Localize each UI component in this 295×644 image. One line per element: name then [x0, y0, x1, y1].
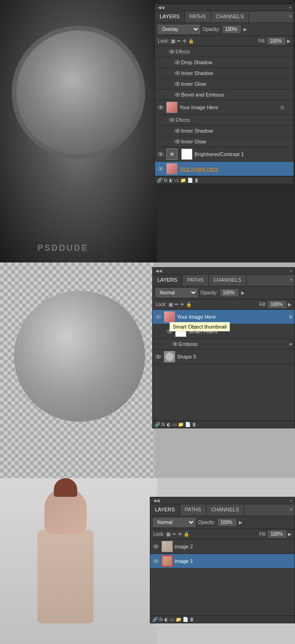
fill-arrow-2[interactable]: ▶ — [288, 302, 292, 307]
lock-all-btn-3[interactable]: 🔒 — [184, 532, 189, 537]
eye-btn-emboss[interactable] — [171, 340, 179, 348]
layer-emboss[interactable]: Emboss ⇌ — [153, 339, 295, 350]
layer-image2[interactable]: image 2 — [150, 539, 295, 554]
lock-pixel-btn-2[interactable]: ▦ — [169, 302, 173, 307]
tab-layers-1[interactable]: LAYERS — [155, 11, 185, 22]
panel-titlebar-1: ◀◀ ▪ — [155, 4, 294, 11]
mask-btn-2[interactable]: ▭ — [172, 422, 177, 427]
eye-btn[interactable] — [157, 150, 164, 158]
fill-arrow-1[interactable]: ▶ — [287, 38, 291, 44]
lock-move-btn[interactable]: ✛ — [183, 38, 186, 44]
eye-btn[interactable] — [168, 116, 176, 124]
layer-image1[interactable]: image 1 — [150, 554, 295, 569]
fill-input-3[interactable] — [268, 531, 286, 538]
lock-move-btn-3[interactable]: ✛ — [178, 532, 182, 537]
blend-mode-select-1[interactable]: Overlay — [158, 25, 200, 34]
tab-paths-2[interactable]: PATHS — [183, 275, 209, 286]
tab-layers-3[interactable]: LAYERS — [150, 504, 180, 516]
delete-btn-1[interactable]: 🗑 — [194, 178, 199, 183]
layer-inner-glow-1[interactable]: Inner Glow — [155, 79, 294, 90]
tab-paths-1[interactable]: PATHS — [185, 11, 211, 22]
lock-all-btn[interactable]: 🔒 — [188, 38, 194, 44]
lock-brush-btn-3[interactable]: ✏ — [172, 532, 176, 537]
lock-label-1: Lock: — [158, 38, 169, 44]
opacity-arrow-2[interactable]: ▶ — [241, 290, 245, 295]
folder-btn-2[interactable]: 📁 — [178, 422, 184, 427]
eye-btn[interactable] — [174, 80, 181, 88]
lock-brush-btn-2[interactable]: ✏ — [175, 302, 178, 307]
opacity-arrow-1[interactable]: ▶ — [243, 27, 247, 32]
lock-pixel-btn[interactable]: ▦ — [171, 38, 175, 44]
eye-btn[interactable] — [174, 69, 181, 77]
layer-bevel-emboss[interactable]: Bevel and Emboss — [155, 90, 294, 100]
panel-menu-3[interactable]: ≡ — [288, 504, 295, 516]
emboss-settings-icon[interactable]: ⇌ — [289, 342, 293, 346]
opacity-arrow-3[interactable]: ▶ — [239, 520, 243, 525]
layer-inner-shadow-2[interactable]: Inner Shadow — [155, 126, 294, 136]
adj-btn-2[interactable]: ◐ — [167, 422, 171, 427]
layer-name: Drop Shadow — [181, 60, 292, 65]
eye-btn[interactable] — [168, 48, 176, 55]
tab-channels-3[interactable]: CHANNELS — [206, 504, 244, 516]
fill-arrow-3[interactable]: ▶ — [288, 532, 292, 537]
eye-btn-2[interactable] — [155, 313, 162, 321]
fx-btn-3[interactable]: fx — [159, 617, 163, 622]
layer-mask-thumb — [181, 149, 192, 160]
opacity-input-3[interactable] — [218, 519, 236, 526]
fx-btn-1[interactable]: fx — [164, 178, 168, 183]
layer-list-3: image 2 image 1 — [150, 539, 295, 615]
delete-btn-2[interactable]: 🗑 — [192, 422, 197, 427]
eye-btn[interactable] — [174, 59, 181, 66]
opacity-input-1[interactable] — [223, 26, 241, 33]
lock-move-btn-2[interactable]: ✛ — [180, 302, 184, 307]
eye-btn-img2[interactable] — [152, 543, 160, 550]
fill-input-2[interactable] — [268, 301, 286, 308]
layer-drop-shadow[interactable]: Drop Shadow — [155, 57, 294, 68]
panel-menu-2[interactable]: ≡ — [288, 275, 295, 286]
model-body — [37, 530, 94, 623]
layer-shape5[interactable]: Shape 5 — [153, 350, 295, 364]
tab-channels-2[interactable]: CHANNELS — [209, 275, 247, 286]
eye-btn-shape5[interactable] — [155, 353, 162, 360]
new-layer-btn-2[interactable]: 📄 — [185, 422, 191, 427]
layer-your-image-2[interactable]: Your Image Here ⊞ Smart Object thumbnail — [153, 310, 295, 324]
link-btn-1[interactable]: 🔗 — [157, 178, 162, 183]
tab-layers-2[interactable]: LAYERS — [153, 275, 183, 286]
new-layer-btn-3[interactable]: 📄 — [183, 617, 188, 622]
delete-btn-3[interactable]: 🗑 — [190, 617, 194, 622]
fill-input-1[interactable] — [267, 37, 285, 45]
link-btn-2[interactable]: 🔗 — [155, 422, 160, 427]
eye-btn[interactable] — [157, 165, 164, 172]
tab-paths-3[interactable]: PATHS — [180, 504, 206, 516]
tab-channels-1[interactable]: CHANNELS — [211, 11, 249, 22]
lock-all-btn-2[interactable]: 🔒 — [186, 302, 192, 307]
layer-inner-glow-2[interactable]: Inner Glow — [155, 136, 294, 147]
eye-btn[interactable] — [174, 127, 181, 135]
layer-inner-shadow-1[interactable]: Inner Shadow — [155, 68, 294, 79]
eye-btn[interactable] — [157, 104, 164, 111]
eye-btn[interactable] — [174, 91, 181, 98]
model-background — [0, 478, 157, 644]
model-figure — [19, 487, 112, 642]
blend-mode-select-2[interactable]: Normal — [155, 288, 198, 297]
panel-menu-1[interactable]: ≡ — [287, 11, 294, 22]
folder-btn-1[interactable]: 📁 — [180, 178, 186, 183]
eye-btn[interactable] — [174, 138, 181, 145]
layer-your-image-1[interactable]: Your Image Here fx — [155, 100, 294, 115]
lock-pixel-btn-3[interactable]: ▦ — [166, 532, 170, 537]
folder-btn-3[interactable]: 📁 — [176, 617, 181, 622]
layer-brightness-contrast[interactable]: ☀ Brightness/Contrast 1 — [155, 147, 294, 162]
layer-list-1: Effects Drop Shadow Inner Shadow Inner G… — [155, 46, 294, 176]
opacity-input-2[interactable] — [221, 289, 238, 296]
mask-btn-3[interactable]: ▭ — [170, 617, 174, 622]
new-layer-btn-1[interactable]: 📄 — [187, 178, 193, 183]
blend-mode-select-3[interactable]: Normal — [153, 518, 195, 527]
eye-btn-img1[interactable] — [152, 557, 160, 565]
lock-brush-btn[interactable]: ✏ — [177, 38, 181, 44]
mask-btn-1[interactable]: ▭ — [175, 178, 179, 183]
layer-your-image-selected[interactable]: Your Image Here — [155, 162, 294, 176]
adj-btn-3[interactable]: ◐ — [164, 617, 169, 622]
fx-btn-2[interactable]: fx — [162, 422, 165, 427]
adj-btn-1[interactable]: ◐ — [169, 178, 173, 183]
link-btn-3[interactable]: 🔗 — [152, 617, 158, 622]
